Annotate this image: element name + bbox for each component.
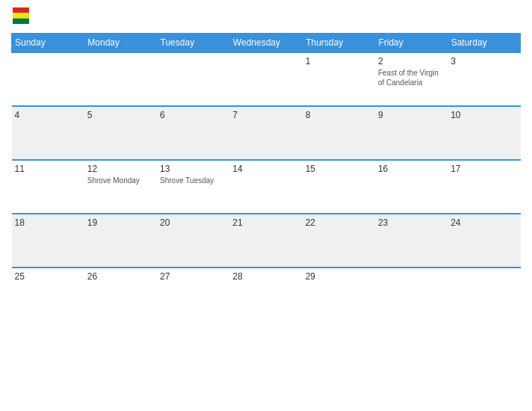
calendar-cell: 27 [157, 268, 229, 321]
svg-rect-0 [13, 7, 29, 13]
event-label: Shrove Monday [87, 176, 154, 185]
calendar-week-row: 45678910 [12, 106, 521, 160]
calendar-cell: 23 [375, 214, 448, 268]
calendar-cell [157, 52, 229, 106]
calendar-cell [12, 52, 84, 106]
day-number: 25 [15, 271, 81, 282]
calendar-cell [375, 268, 448, 321]
calendar-cell: 25 [12, 268, 84, 321]
day-number: 3 [451, 56, 517, 67]
calendar-cell: 2Feast of the Virgin of Candelaria [375, 52, 448, 106]
calendar-week-row: 18192021222324 [12, 214, 521, 268]
day-number: 19 [87, 217, 154, 228]
calendar-cell: 20 [157, 214, 229, 268]
weekday-header-sunday: Sunday [12, 34, 84, 53]
weekday-header-wednesday: Wednesday [229, 34, 302, 53]
calendar-cell: 10 [448, 106, 520, 160]
day-number: 18 [15, 217, 81, 228]
day-number: 27 [160, 271, 226, 282]
calendar-cell: 16 [375, 160, 448, 214]
calendar-cell: 7 [229, 106, 302, 160]
day-number: 1 [306, 56, 372, 67]
calendar-header [11, 7, 521, 27]
event-label: Shrove Tuesday [160, 176, 226, 185]
day-number: 4 [15, 110, 81, 120]
calendar-header-row: SundayMondayTuesdayWednesdayThursdayFrid… [12, 34, 521, 53]
calendar-cell: 4 [12, 106, 84, 160]
day-number: 16 [378, 164, 445, 174]
calendar-cell: 1 [303, 52, 375, 106]
calendar-table: SundayMondayTuesdayWednesdayThursdayFrid… [11, 33, 521, 321]
day-number: 12 [87, 164, 154, 174]
day-number: 20 [160, 217, 226, 228]
day-number: 26 [87, 271, 154, 282]
calendar-cell: 26 [84, 268, 157, 321]
calendar-week-row: 12Feast of the Virgin of Candelaria3 [12, 52, 521, 106]
day-number: 5 [87, 110, 154, 120]
calendar-cell: 13Shrove Tuesday [157, 160, 229, 214]
calendar-cell: 11 [12, 160, 84, 214]
calendar-page: SundayMondayTuesdayWednesdayThursdayFrid… [0, 0, 532, 411]
calendar-cell: 9 [375, 106, 448, 160]
calendar-cell: 17 [448, 160, 520, 214]
day-number: 28 [232, 271, 299, 282]
calendar-body: 12Feast of the Virgin of Candelaria34567… [12, 52, 521, 321]
weekday-header-thursday: Thursday [303, 34, 375, 53]
day-number: 22 [306, 217, 372, 228]
weekday-header-friday: Friday [375, 34, 448, 53]
calendar-cell: 24 [448, 214, 520, 268]
calendar-week-row: 1112Shrove Monday13Shrove Tuesday1415161… [12, 160, 521, 214]
day-number: 6 [160, 110, 226, 120]
weekday-header-tuesday: Tuesday [157, 34, 229, 53]
calendar-cell: 18 [12, 214, 84, 268]
calendar-cell [448, 268, 520, 321]
calendar-cell [229, 52, 302, 106]
day-number: 24 [451, 217, 517, 228]
calendar-cell: 29 [303, 268, 375, 321]
day-number: 9 [378, 110, 445, 120]
calendar-cell: 6 [157, 106, 229, 160]
calendar-cell: 8 [303, 106, 375, 160]
day-number: 7 [232, 110, 299, 120]
calendar-cell: 22 [303, 214, 375, 268]
day-number: 8 [306, 110, 372, 120]
calendar-cell: 21 [229, 214, 302, 268]
svg-rect-2 [13, 19, 29, 24]
calendar-cell: 5 [84, 106, 157, 160]
weekday-header-saturday: Saturday [448, 34, 520, 53]
day-number: 21 [232, 217, 299, 228]
day-number: 11 [15, 164, 81, 174]
calendar-cell: 19 [84, 214, 157, 268]
calendar-cell: 12Shrove Monday [84, 160, 157, 214]
calendar-cell [84, 52, 157, 106]
day-number: 14 [232, 164, 299, 174]
calendar-cell: 3 [448, 52, 520, 106]
day-number: 23 [378, 217, 445, 228]
logo-flag-icon [13, 7, 29, 24]
day-number: 29 [306, 271, 372, 282]
day-number: 15 [306, 164, 372, 174]
day-number: 2 [378, 56, 445, 67]
day-number: 17 [451, 164, 517, 174]
calendar-cell: 28 [229, 268, 302, 321]
svg-rect-1 [13, 13, 29, 18]
logo [11, 7, 29, 27]
day-number: 13 [160, 164, 226, 174]
weekday-header-monday: Monday [84, 34, 157, 53]
day-number: 10 [451, 110, 517, 120]
calendar-week-row: 2526272829 [12, 268, 521, 321]
calendar-cell: 14 [229, 160, 302, 214]
calendar-cell: 15 [303, 160, 375, 214]
event-label: Feast of the Virgin of Candelaria [378, 68, 445, 87]
